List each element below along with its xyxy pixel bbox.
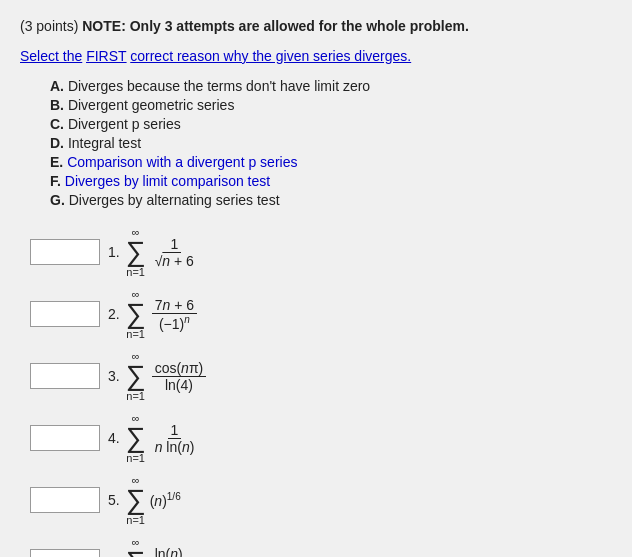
choice-a: A. Diverges because the terms don't have… (50, 78, 612, 94)
problem-row-1: 1. ∞ ∑ n=1 1 √n + 6 (30, 226, 612, 278)
instruction-rest: correct reason why the given series dive… (130, 48, 411, 64)
math-expr-6: ∞ ∑ n=1 ln(n) n (126, 536, 188, 557)
problem-row-6: 6. ∞ ∑ n=1 ln(n) n (30, 536, 612, 557)
expr-5: (n)1/6 (150, 491, 181, 509)
problem-num-3: 3. (108, 368, 120, 384)
problem-row-3: 3. ∞ ∑ n=1 cos(nπ) ln(4) (30, 350, 612, 402)
problem-num-5: 5. (108, 492, 120, 508)
math-expr-2: ∞ ∑ n=1 7n + 6 (−1)n (126, 288, 199, 340)
choice-e: E. Comparison with a divergent p series (50, 154, 612, 170)
instruction-highlight: FIRST (86, 48, 126, 64)
fraction-4: 1 n ln(n) (152, 422, 198, 455)
sigma-2: ∞ ∑ n=1 (126, 288, 146, 340)
fraction-1: 1 √n + 6 (152, 236, 197, 269)
note-line: (3 points) NOTE: Only 3 attempts are all… (20, 18, 612, 34)
math-expr-3: ∞ ∑ n=1 cos(nπ) ln(4) (126, 350, 209, 402)
fraction-2: 7n + 6 (−1)n (152, 297, 197, 332)
problem-row-4: 4. ∞ ∑ n=1 1 n ln(n) (30, 412, 612, 464)
choice-f: F. Diverges by limit comparison test (50, 173, 612, 189)
answer-input-4[interactable] (30, 425, 100, 451)
answer-input-1[interactable] (30, 239, 100, 265)
choice-d: D. Integral test (50, 135, 612, 151)
instruction-line: Select the FIRST correct reason why the … (20, 48, 612, 64)
problem-num-1: 1. (108, 244, 120, 260)
sigma-3: ∞ ∑ n=1 (126, 350, 146, 402)
math-expr-1: ∞ ∑ n=1 1 √n + 6 (126, 226, 199, 278)
sigma-5: ∞ ∑ n=1 (126, 474, 146, 526)
choice-g: G. Diverges by alternating series test (50, 192, 612, 208)
fraction-6: ln(n) n (152, 546, 186, 558)
answer-input-6[interactable] (30, 549, 100, 557)
points-label: (3 points) (20, 18, 78, 34)
problems-section: 1. ∞ ∑ n=1 1 √n + 6 2. ∞ ∑ n=1 7n + 6 (30, 226, 612, 557)
choice-c: C. Divergent p series (50, 116, 612, 132)
problem-num-4: 4. (108, 430, 120, 446)
sigma-6: ∞ ∑ n=1 (126, 536, 146, 557)
math-expr-4: ∞ ∑ n=1 1 n ln(n) (126, 412, 200, 464)
problem-num-2: 2. (108, 306, 120, 322)
problem-row-5: 5. ∞ ∑ n=1 (n)1/6 (30, 474, 612, 526)
choice-b: B. Divergent geometric series (50, 97, 612, 113)
math-expr-5: ∞ ∑ n=1 (n)1/6 (126, 474, 181, 526)
instruction-text: Select the (20, 48, 82, 64)
sigma-1: ∞ ∑ n=1 (126, 226, 146, 278)
problem-row-2: 2. ∞ ∑ n=1 7n + 6 (−1)n (30, 288, 612, 340)
answer-input-5[interactable] (30, 487, 100, 513)
note-bold: NOTE: Only 3 attempts are allowed for th… (82, 18, 469, 34)
sigma-4: ∞ ∑ n=1 (126, 412, 146, 464)
fraction-3: cos(nπ) ln(4) (152, 360, 207, 393)
answer-input-2[interactable] (30, 301, 100, 327)
choices-list: A. Diverges because the terms don't have… (50, 78, 612, 208)
answer-input-3[interactable] (30, 363, 100, 389)
